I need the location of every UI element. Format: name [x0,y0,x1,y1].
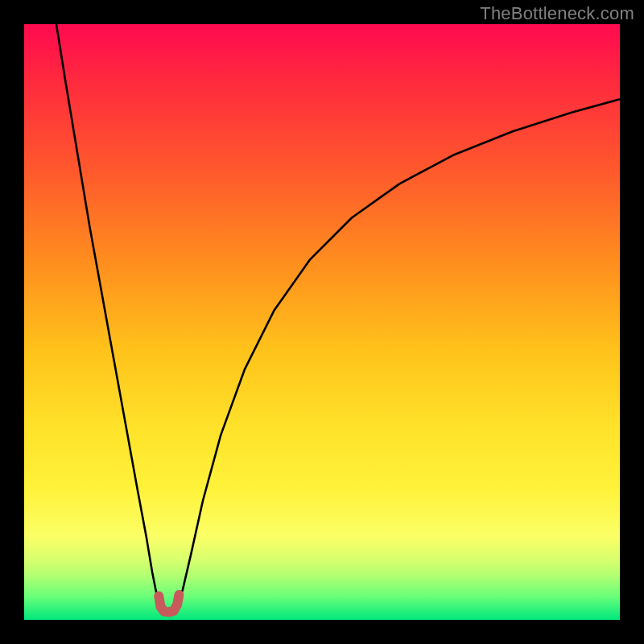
chart-svg [24,24,620,620]
series-curve [56,24,620,612]
chart-plot-area [24,24,620,620]
watermark-text: TheBottleneck.com [480,3,634,24]
series-marker [159,595,179,612]
chart-frame: TheBottleneck.com [0,0,644,644]
